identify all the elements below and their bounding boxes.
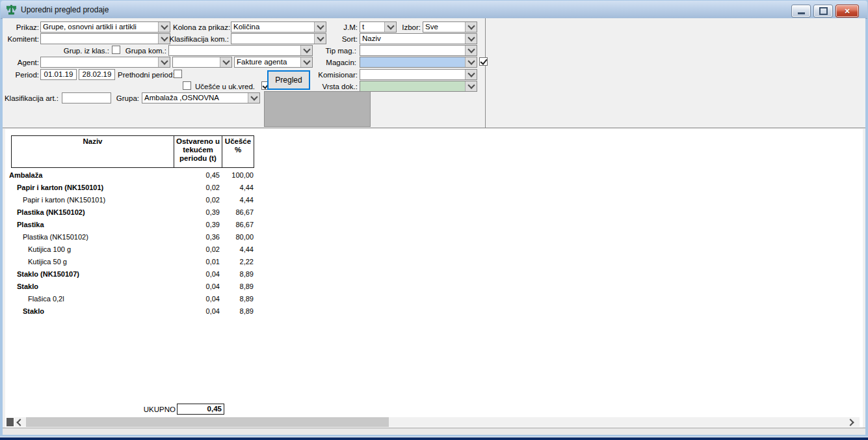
chevron-down-icon	[250, 93, 257, 100]
vrsta-dok-dropdown-button[interactable]	[465, 81, 477, 91]
chevron-down-icon	[303, 57, 310, 64]
title-bar[interactable]: Uporedni pregled prodaje	[1, 1, 867, 19]
kolona-za-prikaz-select[interactable]: Količina	[231, 21, 326, 33]
table-row[interactable]: Flašica 0,2l 0,04 8,89	[5, 293, 265, 305]
prethodni-period-label: Prethodni period:	[118, 70, 174, 79]
kolona-dropdown-button[interactable]	[314, 22, 326, 32]
chevron-left-icon	[16, 419, 23, 426]
pregled-button[interactable]: Pregled	[267, 70, 310, 90]
row-value: 0,02	[174, 196, 220, 204]
prethodni-period-checkbox[interactable]	[174, 70, 182, 78]
ucesce-left-checkbox[interactable]	[183, 81, 191, 90]
ucesce-label: Učešće u uk.vred.	[195, 82, 260, 91]
row-value: 0,39	[174, 208, 220, 216]
row-share: 86,67	[222, 208, 254, 216]
minimize-button[interactable]	[791, 5, 811, 18]
klasifikacija-art-input[interactable]	[62, 92, 111, 103]
fakture-agenta-dropdown-button[interactable]	[300, 57, 312, 67]
magacin-checkbox[interactable]	[479, 57, 488, 66]
vrsta-dok-select[interactable]	[360, 81, 477, 92]
jm-dropdown-button[interactable]	[384, 22, 396, 32]
magacin-select[interactable]	[360, 57, 477, 68]
grupa-dropdown-button[interactable]	[248, 93, 259, 103]
table-row[interactable]: Papir i karton (NK150101) 0,02 4,44	[5, 182, 265, 194]
table-row[interactable]: Staklo (NK150107) 0,04 8,89	[5, 268, 265, 281]
hscrollbar-gripper[interactable]	[7, 418, 14, 426]
table-row[interactable]: Staklo 0,04 8,89	[5, 281, 265, 293]
jm-select[interactable]: t	[360, 21, 397, 33]
sort-select[interactable]: Naziv	[360, 33, 477, 44]
column-header-ucesce[interactable]: Učešće %	[222, 136, 254, 167]
close-button[interactable]: ✕	[835, 5, 859, 18]
agent-sub-select[interactable]	[172, 57, 232, 68]
period-from-input[interactable]: 01.01.19	[40, 69, 77, 80]
period-label: Period:	[1, 70, 39, 79]
column-header-ostvareno[interactable]: Ostvareno u tekućem periodu (t)	[174, 136, 222, 167]
komisionar-dropdown-button[interactable]	[465, 70, 477, 79]
table-row[interactable]: Ambalaža 0,45 100,00	[5, 169, 265, 182]
table-row[interactable]: Plastika (NK150102) 0,36 80,00	[5, 231, 265, 243]
row-name: Papir i karton (NK150101)	[23, 196, 105, 204]
table-row[interactable]: Plastika 0,39 86,67	[5, 219, 265, 231]
column-header-naziv[interactable]: Naziv	[12, 136, 174, 167]
chevron-down-icon	[467, 22, 475, 29]
kolona-za-prikaz-value: Količina	[233, 23, 259, 31]
row-share: 8,89	[222, 295, 254, 303]
grup-iz-klas-checkbox[interactable]	[112, 46, 120, 54]
row-value: 0,04	[174, 282, 220, 290]
minimize-icon	[798, 12, 805, 14]
grupa-kom-dropdown-button[interactable]	[300, 46, 312, 55]
hscrollbar-thumb[interactable]	[26, 417, 389, 427]
prikaz-select[interactable]: Grupe, osnovni artikli i artikli	[40, 21, 170, 33]
scroll-left-button[interactable]	[17, 419, 23, 426]
table-row[interactable]: Kutijica 50 g 0,01 2,22	[5, 256, 265, 268]
row-share: 4,44	[222, 184, 254, 191]
prikaz-dropdown-button[interactable]	[158, 22, 170, 32]
jm-value: t	[362, 23, 364, 31]
klasifikacija-kom-select[interactable]	[231, 33, 326, 44]
izbor-dropdown-button[interactable]	[465, 22, 477, 32]
chevron-down-icon	[467, 81, 475, 89]
izbor-select[interactable]: Sve	[423, 21, 477, 33]
prikaz-label: Prikaz:	[1, 23, 39, 32]
scales-app-icon	[6, 5, 17, 15]
maximize-icon	[819, 7, 828, 15]
tip-mag-select[interactable]	[360, 45, 477, 56]
magacin-dropdown-button[interactable]	[465, 57, 477, 67]
sort-dropdown-button[interactable]	[465, 34, 477, 44]
row-share: 100,00	[222, 171, 254, 179]
chevron-down-icon	[161, 57, 168, 64]
table-header: Naziv Ostvareno u tekućem periodu (t) Uč…	[11, 135, 254, 168]
komisionar-select[interactable]	[360, 69, 477, 80]
fakture-agenta-select[interactable]: Fakture agenta	[234, 57, 313, 68]
row-name: Kutijica 100 g	[28, 245, 71, 253]
tip-mag-dropdown-button[interactable]	[465, 46, 477, 55]
scroll-right-button[interactable]	[847, 419, 854, 426]
grupa-select[interactable]: Ambalaža ,OSNOVNA	[142, 92, 260, 103]
agent-sub-dropdown-button[interactable]	[220, 57, 231, 67]
izbor-value: Sve	[425, 23, 438, 31]
window-title: Uporedni pregled prodaje	[21, 5, 109, 14]
row-name: Staklo	[17, 282, 38, 290]
row-name: Staklo	[23, 307, 44, 315]
sort-value: Naziv	[362, 34, 381, 42]
period-to-input[interactable]: 28.02.19	[79, 69, 115, 80]
grupa-label: Grupa:	[114, 94, 139, 103]
row-name: Plastika	[17, 221, 44, 228]
komitent-select[interactable]	[40, 33, 170, 44]
chevron-down-icon	[161, 34, 168, 41]
klasifikacija-kom-dropdown-button[interactable]	[314, 34, 326, 44]
grupa-kom-select[interactable]	[168, 45, 313, 56]
table-row[interactable]: Staklo 0,04 8,89	[5, 305, 265, 318]
jm-label: J.M:	[337, 23, 358, 32]
agent-dropdown-button[interactable]	[158, 57, 170, 67]
table-row[interactable]: Plastika (NK150102) 0,39 86,67	[5, 206, 265, 219]
grupa-kom-label: Grupa kom.:	[124, 46, 166, 55]
maximize-button[interactable]	[813, 5, 833, 18]
grup-iz-klas-label: Grup. iz klas.:	[57, 46, 109, 55]
agent-select[interactable]	[40, 57, 170, 68]
table-row[interactable]: Papir i karton (NK150101) 0,02 4,44	[5, 194, 265, 206]
row-name: Papir i karton (NK150101)	[17, 184, 103, 191]
row-value: 0,04	[174, 270, 220, 278]
table-row[interactable]: Kutijica 100 g 0,02 4,44	[5, 243, 265, 256]
